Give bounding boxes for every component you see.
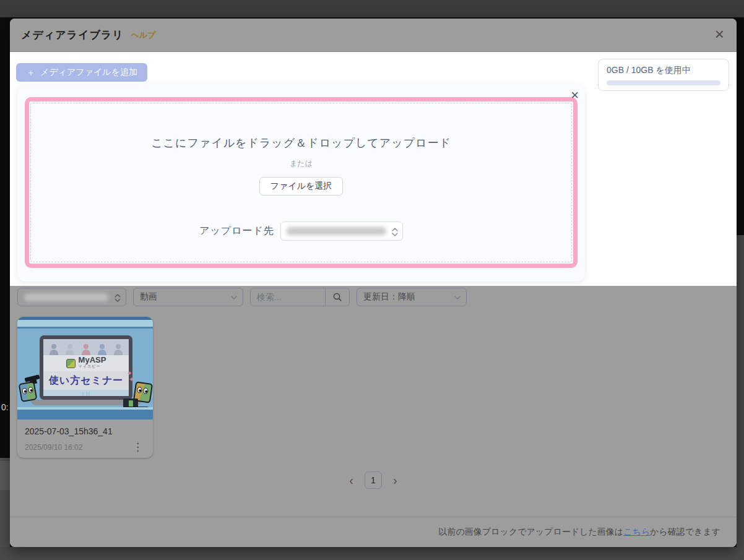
search-input[interactable] (251, 288, 325, 306)
myasp-logo-text: MyASPマイスピー (79, 356, 106, 370)
media-type-select[interactable]: 動画 (133, 288, 243, 306)
media-filename: 2025-07-03_15h36_41 (25, 426, 145, 436)
footer-text-before: 以前の画像ブロックでアップロードした画像は (438, 527, 623, 538)
media-meta-row: 2025/09/10 16:02 ⋮ (25, 441, 145, 454)
attendee-silhouette (113, 343, 124, 355)
mini-laptop-screen (129, 400, 133, 407)
media-library-modal: メディアライブラリ ヘルプ × ＋ メディアファイルを追加 0GB / 10GB… (10, 19, 737, 547)
attendee-silhouette (80, 343, 92, 355)
redacted-value (287, 227, 386, 235)
chevron-down-icon (230, 293, 238, 302)
search-group (250, 288, 350, 306)
storage-usage-text: 0GB / 10GB を使用中 (607, 65, 720, 76)
thumb-title-text: 使い方セミナー (49, 374, 124, 387)
dropzone-title: ここにファイルをドラッグ＆ドロップしてアップロード (151, 136, 451, 150)
media-card-info: 2025-07-03_15h36_41 2025/09/10 16:02 ⋮ (17, 420, 153, 454)
sparkle-decoration: ✦ ✦ (127, 370, 134, 382)
folder-filter-select[interactable] (17, 288, 126, 306)
pagination: ‹ 1 › (10, 472, 737, 489)
dropzone-area[interactable]: ここにファイルをドラッグ＆ドロップしてアップロード または ファイルを選択 アッ… (30, 103, 572, 262)
mascot-eye (137, 387, 142, 394)
upload-destination-select[interactable] (280, 222, 403, 241)
upload-section: ＋ メディアファイルを追加 0GB / 10GB を使用中 × ここにファイルを… (10, 52, 737, 286)
attendee-silhouette (48, 343, 59, 355)
chevron-down-icon (454, 293, 461, 302)
plus-icon: ＋ (26, 67, 35, 79)
dropzone-or-label: または (290, 158, 313, 169)
upload-destination-label: アップロード先 (199, 225, 274, 238)
media-updated-date: 2025/09/10 16:02 (25, 443, 82, 452)
dropzone-border: ここにファイルをドラッグ＆ドロップしてアップロード または ファイルを選択 アッ… (25, 97, 577, 268)
media-type-value: 動画 (140, 291, 157, 303)
modal-header: メディアライブラリ ヘルプ × (10, 19, 737, 52)
sort-value: 更新日：降順 (363, 291, 415, 303)
laptop-illustration: MyASPマイスピー 使い方セミナー UI (40, 335, 132, 400)
modal-footer: 以前の画像ブロックでアップロードした画像はこちらから確認できます (10, 517, 737, 547)
modal-title: メディアライブラリ (21, 28, 124, 42)
mascot-eye (22, 387, 28, 394)
myasp-logo-icon (66, 359, 76, 368)
updown-chevron-icon (392, 227, 398, 237)
upload-dropzone-panel: × ここにファイルをドラッグ＆ドロップしてアップロード または ファイルを選択 … (17, 85, 585, 282)
filter-bar: 動画 更新日：降順 (17, 288, 467, 306)
video-thumbnail: MyASPマイスピー 使い方セミナー UI (17, 317, 153, 420)
select-file-button[interactable]: ファイルを選択 (259, 177, 344, 196)
sort-select[interactable]: 更新日：降順 (357, 288, 467, 306)
mascot-right (127, 382, 152, 408)
background-bottom-strip (0, 547, 744, 560)
media-card[interactable]: MyASPマイスピー 使い方セミナー UI (17, 317, 153, 458)
thumb-stripe (17, 327, 153, 329)
screen: 0: メディアライブラリ ヘルプ × ＋ メディアファイルを追加 0GB / 1… (0, 0, 744, 560)
background-right-strip (737, 235, 744, 560)
mascot-eye (143, 387, 149, 394)
footer-link[interactable]: こちら (623, 527, 650, 538)
add-media-label: メディアファイルを追加 (40, 67, 137, 78)
thumb-title-band: 使い方セミナー (43, 371, 129, 390)
help-link[interactable]: ヘルプ (131, 30, 156, 41)
background-left-patch (0, 461, 10, 490)
storage-usage-box: 0GB / 10GB を使用中 (598, 59, 729, 91)
thumb-stripe (17, 320, 153, 327)
add-media-button[interactable]: ＋ メディアファイルを追加 (16, 63, 147, 82)
thumb-stripe (17, 410, 153, 420)
mascot-left (20, 376, 41, 406)
storage-progress-bar (607, 80, 720, 85)
footer-text-after: から確認できます (650, 527, 720, 538)
attendee-row (43, 339, 129, 355)
attendee-silhouette (97, 343, 108, 355)
mascot-eye (28, 387, 34, 394)
redacted-value (24, 293, 108, 301)
background-top-bar (0, 0, 744, 17)
myasp-logo: MyASPマイスピー (43, 355, 129, 371)
dropzone-close-icon[interactable]: × (571, 87, 579, 103)
search-icon (332, 292, 342, 302)
upload-destination-row: アップロード先 (199, 222, 403, 241)
prev-page-icon[interactable]: ‹ (349, 474, 353, 486)
next-page-icon[interactable]: › (393, 474, 397, 486)
mascot-body (19, 381, 38, 402)
thumb-screen-bottom: UI (43, 390, 129, 400)
updown-chevron-icon (115, 293, 121, 303)
search-button[interactable] (325, 288, 349, 306)
kebab-menu-icon[interactable]: ⋮ (130, 441, 145, 454)
library-section: 動画 更新日：降順 (10, 286, 737, 517)
modal-close-icon[interactable]: × (715, 26, 724, 42)
attendee-silhouette (64, 343, 76, 355)
page-number[interactable]: 1 (365, 472, 382, 489)
background-player-time: 0: (1, 402, 9, 412)
